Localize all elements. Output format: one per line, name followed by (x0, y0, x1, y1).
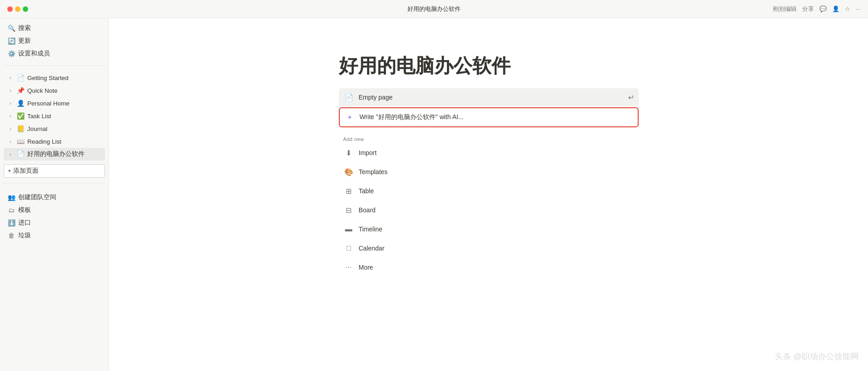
title-bar: 好用的电脑办公软件 刚别编辑 分享 💬 👤 ☆ ··· (0, 0, 868, 18)
sidebar-divider-2 (4, 183, 105, 184)
chevron-right-icon: › (7, 113, 14, 119)
getting-started-label: Getting Started (27, 75, 69, 81)
current-page-icon: 📄 (16, 150, 25, 158)
timeline-option-icon: ▬ (343, 224, 354, 235)
sidebar-item-reading-list[interactable]: › 📖 Reading List (4, 135, 105, 148)
calendar-option[interactable]: □ Calendar (339, 239, 639, 257)
calendar-option-label: Calendar (359, 245, 385, 252)
main-content: 好用的电脑办公软件 📄 Empty page ↵ ✦ Write "好用的电脑办… (109, 18, 868, 371)
add-new-label: Add new (339, 133, 639, 144)
timeline-option-label: Timeline (359, 226, 382, 233)
sidebar: 🔍 搜索 🔄 更新 ⚙️ 设置和成员 › 📄 Getting Started ›… (0, 18, 109, 371)
window-title: 好用的电脑办公软件 (407, 5, 461, 13)
user-icon[interactable]: 👤 (832, 5, 839, 12)
sidebar-item-trash[interactable]: 🗑 垃圾 (4, 229, 105, 242)
templates-label: 模板 (18, 206, 31, 214)
share-button[interactable]: 分享 (802, 5, 814, 13)
minimize-button[interactable] (15, 6, 20, 12)
ai-icon: ✦ (344, 112, 355, 123)
board-option-icon: ⊟ (343, 205, 354, 216)
import-option-label: Import (359, 149, 377, 156)
chevron-right-icon: › (7, 138, 14, 145)
empty-page-left: 📄 Empty page (343, 92, 393, 103)
table-option-label: Table (359, 187, 374, 195)
page-content: 好用的电脑办公软件 📄 Empty page ↵ ✦ Write "好用的电脑办… (284, 18, 693, 371)
reading-list-label: Reading List (27, 138, 61, 145)
sidebar-item-journal[interactable]: › 📒 Journal (4, 122, 105, 135)
import-icon: ⬇️ (7, 219, 15, 227)
import-option[interactable]: ⬇ Import (339, 144, 639, 162)
templates-icon: 🗂 (7, 206, 15, 214)
task-list-label: Task List (27, 113, 51, 120)
sidebar-item-settings[interactable]: ⚙️ 设置和成员 (4, 47, 105, 60)
comment-icon[interactable]: 💬 (819, 5, 827, 12)
create-team-label: 创建团队空间 (18, 193, 56, 201)
page-title: 好用的电脑办公软件 (339, 55, 639, 77)
sidebar-item-updates[interactable]: 🔄 更新 (4, 35, 105, 47)
empty-page-label: Empty page (359, 94, 393, 101)
empty-page-option[interactable]: 📄 Empty page ↵ (339, 88, 639, 106)
empty-page-icon: 📄 (343, 92, 354, 103)
sidebar-item-templates[interactable]: 🗂 模板 (4, 204, 105, 216)
ai-write-option[interactable]: ✦ Write "好用的电脑办公软件" with AI... (339, 107, 639, 127)
traffic-lights (7, 6, 28, 12)
chevron-right-icon: › (7, 151, 14, 157)
journal-icon: 📒 (16, 125, 25, 133)
personal-home-label: Personal Home (27, 100, 69, 107)
board-option[interactable]: ⊟ Board (339, 201, 639, 219)
templates-option-label: Templates (359, 168, 388, 175)
add-page-button[interactable]: + 添加页面 (4, 164, 105, 178)
close-button[interactable] (7, 6, 13, 12)
table-option-icon: ⊞ (343, 186, 354, 196)
chevron-right-icon: › (7, 100, 14, 106)
star-icon[interactable]: ☆ (845, 5, 850, 12)
calendar-option-icon: □ (343, 243, 354, 254)
settings-icon: ⚙️ (7, 50, 15, 58)
chevron-right-icon: › (7, 87, 14, 94)
recent-edit-label: 刚别编辑 (773, 5, 797, 13)
board-option-label: Board (359, 206, 376, 214)
title-bar-actions: 刚别编辑 分享 💬 👤 ☆ ··· (773, 5, 861, 13)
templates-option[interactable]: 🎨 Templates (339, 163, 639, 181)
sidebar-divider (4, 65, 105, 66)
trash-label: 垃圾 (18, 231, 31, 240)
more-option[interactable]: ··· More (339, 258, 639, 276)
create-team-icon: 👥 (7, 193, 15, 201)
current-page-label: 好用的电脑办公软件 (27, 150, 84, 158)
timeline-option[interactable]: ▬ Timeline (339, 220, 639, 238)
sidebar-item-create-team[interactable]: 👥 创建团队空间 (4, 191, 105, 204)
sidebar-settings-label: 设置和成员 (18, 50, 50, 58)
sidebar-item-search[interactable]: 🔍 搜索 (4, 22, 105, 35)
sidebar-nav: › 📄 Getting Started › 📌 Quick Note › 👤 P… (0, 70, 109, 162)
templates-option-icon: 🎨 (343, 166, 354, 177)
page-icon: 📄 (16, 74, 25, 82)
title-bar-left (7, 6, 98, 12)
maximize-button[interactable] (23, 6, 28, 12)
sidebar-item-personal-home[interactable]: › 👤 Personal Home (4, 97, 105, 110)
sidebar-search-label: 搜索 (18, 24, 31, 32)
search-icon: 🔍 (7, 24, 15, 32)
enter-icon: ↵ (628, 93, 634, 102)
sidebar-bottom: 👥 创建团队空间 🗂 模板 ⬇️ 进口 🗑 垃圾 (0, 187, 109, 246)
updates-icon: 🔄 (7, 37, 15, 45)
reading-list-icon: 📖 (16, 137, 25, 145)
table-option[interactable]: ⊞ Table (339, 182, 639, 200)
sidebar-item-quick-note[interactable]: › 📌 Quick Note (4, 84, 105, 97)
sidebar-top: 🔍 搜索 🔄 更新 ⚙️ 设置和成员 (0, 18, 109, 62)
personal-home-icon: 👤 (16, 99, 25, 107)
add-page-label: + 添加页面 (8, 167, 39, 175)
ai-write-label: Write "好用的电脑办公软件" with AI... (360, 113, 464, 121)
app-layout: 🔍 搜索 🔄 更新 ⚙️ 设置和成员 › 📄 Getting Started ›… (0, 18, 868, 371)
trash-icon: 🗑 (7, 231, 15, 240)
sidebar-item-import[interactable]: ⬇️ 进口 (4, 216, 105, 229)
chevron-right-icon: › (7, 125, 14, 132)
sidebar-item-task-list[interactable]: › ✅ Task List (4, 110, 105, 122)
sidebar-item-current-page[interactable]: › 📄 好用的电脑办公软件 (4, 148, 105, 160)
import-label: 进口 (18, 219, 31, 227)
sidebar-updates-label: 更新 (18, 37, 31, 45)
task-list-icon: ✅ (16, 112, 25, 120)
sidebar-item-getting-started[interactable]: › 📄 Getting Started (4, 71, 105, 84)
quick-note-icon: 📌 (16, 86, 25, 95)
more-options-icon[interactable]: ··· (856, 5, 861, 12)
quick-note-label: Quick Note (27, 87, 58, 94)
